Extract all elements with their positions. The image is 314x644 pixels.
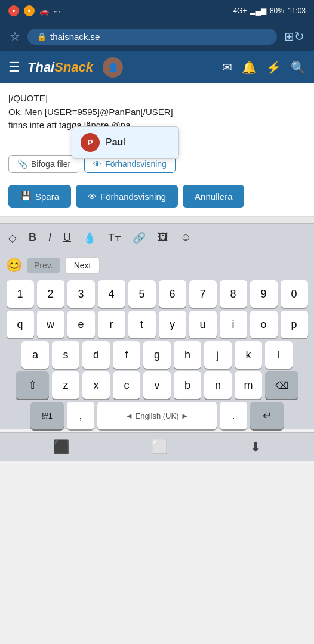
url-text: thaisnack.se: [50, 32, 100, 42]
space-key[interactable]: ◄ English (UK) ►: [97, 402, 217, 429]
back-button[interactable]: ⬛: [41, 435, 81, 460]
down-button[interactable]: ⬇: [238, 435, 273, 460]
key-4[interactable]: 4: [98, 280, 125, 308]
save-label: Spara: [35, 191, 59, 202]
key-g[interactable]: g: [143, 341, 171, 369]
car-icon: 🚗: [39, 7, 49, 16]
image-icon[interactable]: 🖼: [155, 229, 171, 246]
key-x[interactable]: x: [82, 371, 110, 399]
gap: [0, 217, 314, 223]
navbar: ☰ ThaiSnack 👤 ✉ 🔔 ⚡ 🔍: [0, 51, 314, 83]
key-i[interactable]: i: [220, 311, 247, 338]
emoji-icon[interactable]: ☺: [178, 229, 193, 246]
lightning-icon[interactable]: ⚡: [266, 60, 281, 75]
mail-icon[interactable]: ✉: [222, 60, 232, 75]
emoji-face-button[interactable]: 😊: [6, 258, 22, 273]
key-f[interactable]: f: [113, 341, 140, 369]
autocomplete-bold: au: [112, 137, 124, 147]
font-size-icon[interactable]: Tᴛ: [106, 229, 123, 247]
eye-icon: 👁: [88, 191, 97, 202]
key-6[interactable]: 6: [159, 280, 186, 308]
text-content[interactable]: [/QUOTE] Ok. Men [USER=9595]@PanPan[/USE…: [0, 83, 314, 149]
text-line1: [/QUOTE]: [8, 92, 306, 106]
nums-key[interactable]: !#1: [30, 402, 64, 429]
address-bar: ☆ 🔒 thaisnack.se ⊞ ↻: [0, 21, 314, 51]
eraser-icon[interactable]: ◇: [6, 229, 19, 247]
autocomplete-name[interactable]: Paul: [106, 135, 125, 150]
key-v[interactable]: v: [143, 371, 171, 399]
key-a[interactable]: a: [21, 341, 49, 369]
key-b[interactable]: b: [174, 371, 201, 399]
key-c[interactable]: c: [113, 371, 140, 399]
key-2[interactable]: 2: [37, 280, 64, 308]
next-button[interactable]: Next: [65, 257, 100, 274]
logo: ThaiSnack: [27, 60, 93, 75]
key-row-numbers: 1 2 3 4 5 6 7 8 9 0: [0, 280, 314, 308]
refresh-button[interactable]: ↻: [294, 29, 304, 44]
key-e[interactable]: e: [67, 311, 95, 338]
cancel-button[interactable]: Annullera: [183, 185, 244, 208]
key-y[interactable]: y: [159, 311, 186, 338]
italic-icon[interactable]: I: [46, 229, 54, 246]
autocomplete-dropdown[interactable]: P Paul: [72, 126, 179, 159]
home-button[interactable]: ⬜: [140, 435, 180, 460]
bold-icon[interactable]: B: [26, 229, 39, 246]
key-h[interactable]: h: [174, 341, 201, 369]
key-8[interactable]: 8: [220, 280, 247, 308]
bookmark-button[interactable]: ☆: [10, 29, 20, 44]
status-right: 4G+ ▂▄▆ 80% 11:03: [233, 7, 306, 15]
key-row-bottom: !#1 , ◄ English (UK) ► . ↵: [0, 402, 314, 429]
prev-button[interactable]: Prev.: [27, 258, 60, 273]
key-r[interactable]: r: [98, 311, 125, 338]
preview-label: Förhandsvisning: [100, 191, 166, 202]
save-button[interactable]: 💾 Spara: [8, 185, 71, 208]
key-m[interactable]: m: [235, 371, 262, 399]
period-key[interactable]: .: [220, 402, 247, 429]
battery: 80%: [270, 7, 284, 15]
comma-key[interactable]: ,: [67, 402, 94, 429]
backspace-key[interactable]: ⌫: [265, 371, 298, 399]
key-s[interactable]: s: [52, 341, 79, 369]
url-bar[interactable]: 🔒 thaisnack.se: [27, 29, 277, 45]
color-icon[interactable]: 💧: [81, 229, 98, 247]
bottom-nav: ⬛ ⬜ ⬇: [0, 432, 314, 461]
key-o[interactable]: o: [250, 311, 278, 338]
key-k[interactable]: k: [235, 341, 262, 369]
key-3[interactable]: 3: [67, 280, 95, 308]
key-9[interactable]: 9: [250, 280, 278, 308]
key-t[interactable]: t: [128, 311, 156, 338]
enter-key[interactable]: ↵: [250, 402, 284, 429]
key-d[interactable]: d: [82, 341, 110, 369]
key-u[interactable]: u: [189, 311, 217, 338]
logo-snack: Snack: [54, 60, 93, 75]
tabs-button[interactable]: ⊞: [284, 29, 294, 44]
shift-key[interactable]: ⇧: [16, 371, 49, 399]
prev-label: Prev.: [34, 261, 53, 270]
editor-area[interactable]: [/QUOTE] Ok. Men [USER=9595]@PanPan[/USE…: [0, 83, 314, 217]
key-n[interactable]: n: [204, 371, 232, 399]
key-7[interactable]: 7: [189, 280, 217, 308]
key-0[interactable]: 0: [281, 280, 308, 308]
key-1[interactable]: 1: [7, 280, 34, 308]
attach-files-button[interactable]: 📎 Bifoga filer: [8, 155, 79, 173]
status-left: ● ● 🚗 ···: [8, 5, 60, 16]
key-p[interactable]: p: [281, 311, 308, 338]
time: 11:03: [288, 7, 306, 15]
key-z[interactable]: z: [52, 371, 79, 399]
key-j[interactable]: j: [204, 341, 232, 369]
link-icon[interactable]: 🔗: [130, 229, 148, 247]
key-l[interactable]: l: [265, 341, 293, 369]
key-5[interactable]: 5: [128, 280, 156, 308]
dots-icon: ···: [54, 7, 60, 16]
preview-button[interactable]: 👁 Förhandsvisning: [76, 185, 178, 208]
user-avatar[interactable]: 👤: [103, 57, 123, 78]
hamburger-icon[interactable]: ☰: [8, 60, 20, 75]
paperclip-icon: 📎: [17, 159, 27, 169]
key-w[interactable]: w: [37, 311, 64, 338]
preview-label-small: Förhandsvisning: [105, 159, 167, 169]
bell-icon[interactable]: 🔔: [242, 60, 257, 75]
underline-icon[interactable]: U: [61, 229, 73, 246]
search-icon[interactable]: 🔍: [291, 60, 306, 75]
cancel-label: Annullera: [195, 191, 232, 202]
key-q[interactable]: q: [7, 311, 34, 338]
